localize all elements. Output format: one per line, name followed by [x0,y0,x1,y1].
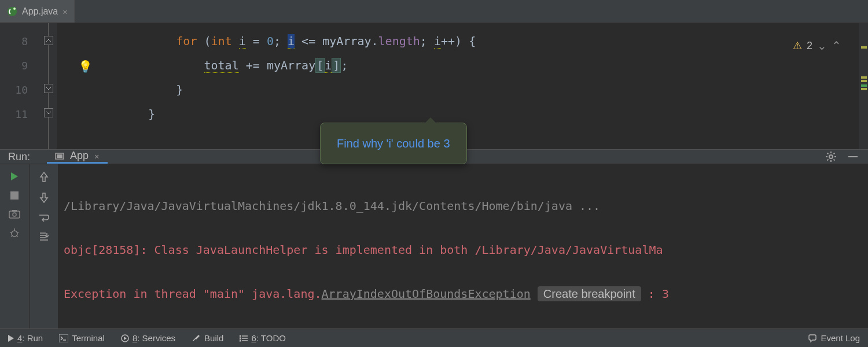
code-line: } [86,102,859,126]
svg-line-22 [11,235,13,237]
run-config-icon [55,152,64,161]
code-editor[interactable]: for (int i = 0; i <= myArray.length; i++… [86,23,859,149]
status-run[interactable]: 4: Run [0,329,51,347]
soft-wrap-icon[interactable] [38,213,50,222]
console-output[interactable]: /Library/Java/JavaVirtualMachines/jdk1.8… [58,164,868,347]
list-icon [240,334,248,342]
svg-line-23 [16,235,18,237]
svg-rect-3 [57,154,62,158]
console-line: objc[28158]: Class JavaLaunchHelper is i… [64,243,663,257]
fold-marker-icon[interactable] [44,36,53,45]
svg-line-12 [834,153,835,154]
warning-count: 2 [807,34,812,58]
inspection-indicator[interactable]: ⚠ 2 ⌄ ⌃ [793,34,841,58]
console-line: Exception in thread "main" java.lang. [64,287,322,301]
svg-line-9 [827,153,829,154]
code-line: total += myArray[i]; [86,53,859,77]
status-event-log[interactable]: Event Log [800,329,868,347]
close-icon[interactable]: ✕ [94,152,99,161]
svg-point-4 [829,155,833,158]
console-line: /Library/Java/JavaVirtualMachines/jdk1.8… [64,199,600,213]
run-config-tab[interactable]: App ✕ [47,150,107,164]
status-terminal[interactable]: Terminal [51,329,113,347]
warning-stripe[interactable] [861,80,867,82]
svg-point-34 [240,335,241,337]
file-tab-label: App.java [22,6,58,17]
editor-area: 8 9 10 11 💡 for (int i = 0; i <= myArray… [0,23,868,149]
error-stripe[interactable] [859,23,868,149]
terminal-icon [59,334,68,342]
warning-icon: ⚠ [793,34,802,58]
fold-marker-icon[interactable] [44,108,53,117]
line-number[interactable]: 9 [0,53,41,77]
code-line: for (int i = 0; i <= myArray.length; i++… [86,29,859,53]
gear-icon[interactable] [825,151,837,163]
run-toolbar-right: » [29,164,58,347]
code-line: } [86,77,859,102]
warning-stripe[interactable] [861,46,867,49]
warning-stripe[interactable] [861,76,867,79]
svg-rect-17 [12,210,17,212]
inspection-tooltip[interactable]: Find why 'i' could be 3 [320,123,467,164]
status-build[interactable]: Build [183,329,231,347]
warning-stripe[interactable] [861,88,867,90]
status-services[interactable]: 8: Services [113,329,183,347]
stop-icon[interactable] [10,191,19,200]
status-todo[interactable]: 6: TODO [231,329,293,347]
camera-icon[interactable] [9,209,20,219]
exception-link[interactable]: ArrayIndexOutOfBoundsException [322,287,531,301]
svg-point-35 [240,338,241,339]
fold-marker-icon[interactable] [44,84,53,93]
line-number[interactable]: 8 [0,29,41,53]
java-class-icon [7,6,17,17]
editor-tab-bar: App.java ✕ [0,0,868,23]
svg-line-20 [10,232,12,233]
status-bar: 4: Run Terminal 8: Services Build 6: TOD… [0,328,868,347]
create-breakpoint-button[interactable]: Create breakpoint [538,286,641,301]
hammer-icon [192,334,201,343]
close-icon[interactable]: ✕ [62,7,67,16]
chevron-up-icon[interactable]: ⌃ [832,34,841,58]
scroll-to-end-icon[interactable] [39,231,49,242]
line-number[interactable]: 10 [0,77,41,102]
fold-gutter[interactable] [41,23,57,149]
rerun-icon[interactable] [9,171,20,182]
line-number[interactable]: 11 [0,102,41,126]
chevron-down-icon[interactable]: ⌄ [817,34,827,58]
run-toolbar-left: » [0,164,29,347]
svg-line-21 [17,232,19,233]
line-number-gutter[interactable]: 8 9 10 11 [0,23,41,149]
svg-rect-14 [10,191,19,200]
ok-stripe[interactable] [861,84,867,87]
svg-rect-28 [59,334,68,342]
bug-icon[interactable] [9,228,20,238]
minimize-icon[interactable] [847,151,859,163]
down-arrow-icon[interactable] [39,192,49,204]
run-panel-title: Run: [0,151,38,163]
run-tab-label: App [70,150,89,162]
run-tool-window: Run: App ✕ [0,149,868,328]
up-arrow-icon[interactable] [39,171,49,183]
services-icon [121,334,129,342]
file-tab-app-java[interactable]: App.java ✕ [0,0,75,23]
svg-line-11 [827,160,829,161]
play-icon [8,335,14,342]
svg-point-36 [240,340,241,341]
event-log-icon [808,334,817,343]
svg-line-10 [834,160,835,161]
svg-point-16 [13,213,16,216]
svg-rect-15 [9,211,20,218]
